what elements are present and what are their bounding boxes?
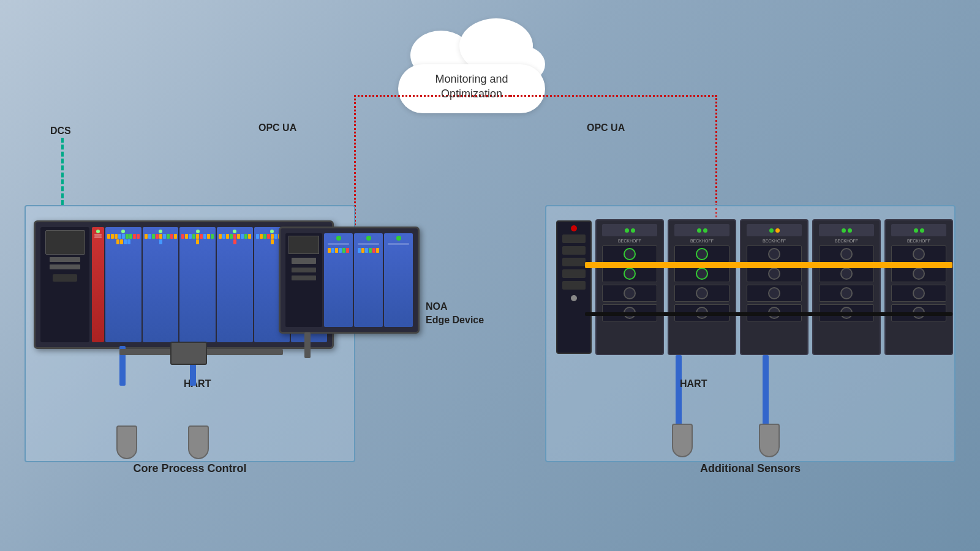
iolink-master-5: BECKHOFF: [884, 219, 953, 355]
pc-module: [40, 227, 89, 342]
black-bus-line: [585, 312, 952, 316]
opc-ua-right-label: OPC UA: [587, 122, 625, 133]
cloud-container: Monitoring and Optimization: [355, 12, 588, 135]
core-process-label: Core Process Control: [24, 462, 355, 475]
hart-left-label: HART: [184, 378, 211, 389]
sensor-bus-coupler: [556, 220, 592, 354]
cloud-label: Monitoring and Optimization: [392, 72, 551, 101]
noa-vertical-cable: [304, 332, 311, 358]
noa-mod-3: [384, 233, 413, 327]
dcs-connection-line: [61, 138, 64, 205]
hart-junction-box: [170, 342, 207, 365]
io-module-3: [179, 227, 216, 342]
cable-blue-sensor-2: [763, 355, 769, 425]
io-module-red: [92, 227, 104, 342]
noa-mod-2: [354, 233, 383, 327]
opc-ua-left-label: OPC UA: [258, 122, 296, 133]
cloud-shape: Monitoring and Optimization: [392, 34, 551, 113]
pc-port-1: [50, 257, 80, 262]
noa-edge-device: [279, 227, 420, 334]
plug-left-2: [188, 425, 209, 459]
iolink-master-4: BECKHOFF: [812, 219, 881, 355]
noa-mod-1: [324, 233, 353, 327]
noa-pc-module: [285, 233, 322, 327]
noa-ethernet-port: [292, 258, 316, 264]
hart-right-label: HART: [680, 378, 707, 389]
hart-cable-plc-junction: [119, 349, 175, 355]
yellow-bus-line: [585, 262, 952, 268]
plug-right-2: [759, 424, 780, 457]
io-module-4: [217, 227, 253, 342]
iolink-master-2: BECKHOFF: [668, 219, 736, 355]
hart-cable-junction-noa: [203, 349, 283, 355]
iolink-master-1: BECKHOFF: [595, 219, 664, 355]
dcs-label: DCS: [50, 126, 71, 137]
pc-port-2: [50, 264, 80, 269]
additional-sensors-label: Additional Sensors: [545, 462, 956, 475]
opc-ua-right-vertical-line: [715, 95, 717, 217]
noa-screen: [288, 236, 319, 254]
cable-blue-sensor-1: [676, 355, 682, 425]
noa-label: NOA Edge Device: [426, 300, 484, 328]
iolink-master-3: BECKHOFF: [740, 219, 809, 355]
plug-right-1: [672, 424, 693, 457]
io-module-2: [143, 227, 179, 342]
io-module-1: [105, 227, 141, 342]
pc-screen: [45, 230, 85, 255]
plug-left-1: [116, 425, 137, 459]
noa-io-modules: [324, 233, 413, 327]
